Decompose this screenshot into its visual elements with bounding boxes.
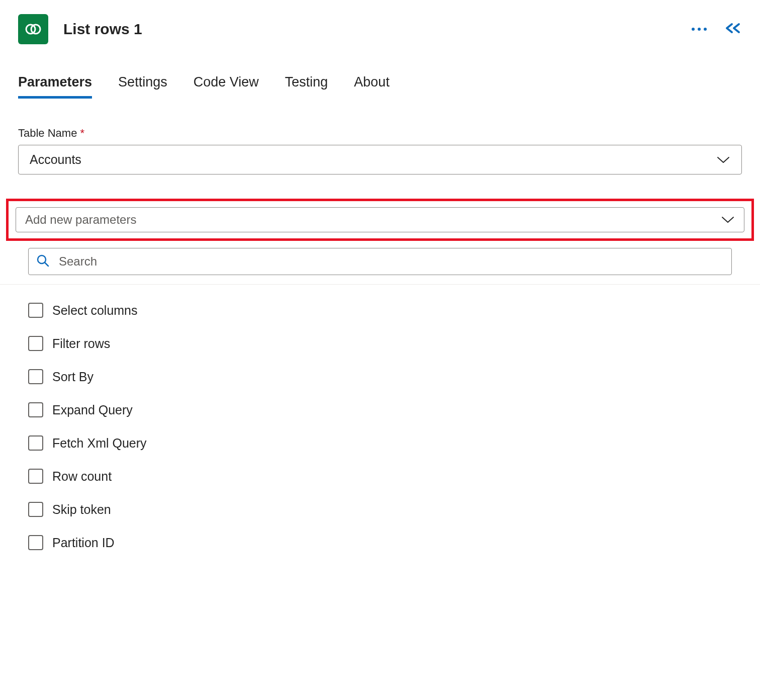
option-label: Filter rows <box>52 336 110 351</box>
option-fetch-xml-query[interactable]: Fetch Xml Query <box>28 426 732 460</box>
checkbox[interactable] <box>28 535 43 550</box>
panel-title: List rows 1 <box>63 21 692 38</box>
header-actions <box>692 22 742 36</box>
option-expand-query[interactable]: Expand Query <box>28 393 732 426</box>
table-name-value: Accounts <box>30 152 81 167</box>
option-label: Row count <box>52 469 112 484</box>
option-select-columns[interactable]: Select columns <box>28 294 732 327</box>
tab-about[interactable]: About <box>354 74 390 99</box>
chevron-down-icon <box>721 213 735 227</box>
option-sort-by[interactable]: Sort By <box>28 360 732 393</box>
checkbox[interactable] <box>28 435 43 451</box>
panel-header: List rows 1 <box>0 14 760 44</box>
connector-icon <box>18 14 48 44</box>
option-label: Fetch Xml Query <box>52 436 147 451</box>
more-options-icon[interactable] <box>692 28 707 31</box>
option-filter-rows[interactable]: Filter rows <box>28 327 732 360</box>
highlight-box: Add new parameters <box>6 199 754 241</box>
search-input[interactable] <box>59 254 724 269</box>
option-label: Select columns <box>52 303 138 318</box>
add-new-parameters-select[interactable]: Add new parameters <box>16 207 744 232</box>
option-skip-token[interactable]: Skip token <box>28 493 732 526</box>
checkbox[interactable] <box>28 502 43 517</box>
option-row-count[interactable]: Row count <box>28 460 732 493</box>
checkbox[interactable] <box>28 469 43 484</box>
search-wrap <box>0 243 760 285</box>
option-partition-id[interactable]: Partition ID <box>28 526 732 559</box>
table-name-label: Table Name * <box>18 127 742 140</box>
option-label: Sort By <box>52 370 93 384</box>
tab-code-view[interactable]: Code View <box>194 74 259 99</box>
option-label: Expand Query <box>52 403 133 417</box>
option-label: Partition ID <box>52 536 115 550</box>
search-icon <box>36 253 50 270</box>
table-name-select[interactable]: Accounts <box>18 145 742 174</box>
parameter-options-list: Select columns Filter rows Sort By Expan… <box>0 285 760 559</box>
search-field[interactable] <box>28 248 732 275</box>
form-area: Table Name * Accounts <box>0 127 760 174</box>
checkbox[interactable] <box>28 303 43 318</box>
required-indicator: * <box>80 127 84 140</box>
tabs-row: Parameters Settings Code View Testing Ab… <box>0 74 760 99</box>
tab-settings[interactable]: Settings <box>118 74 167 99</box>
add-params-placeholder: Add new parameters <box>25 213 136 227</box>
checkbox[interactable] <box>28 336 43 351</box>
tab-parameters[interactable]: Parameters <box>18 74 92 99</box>
checkbox[interactable] <box>28 402 43 417</box>
svg-line-3 <box>45 262 48 266</box>
tab-testing[interactable]: Testing <box>285 74 328 99</box>
chevron-down-icon <box>716 152 730 167</box>
collapse-icon[interactable] <box>725 22 742 36</box>
checkbox[interactable] <box>28 369 43 384</box>
option-label: Skip token <box>52 502 111 517</box>
